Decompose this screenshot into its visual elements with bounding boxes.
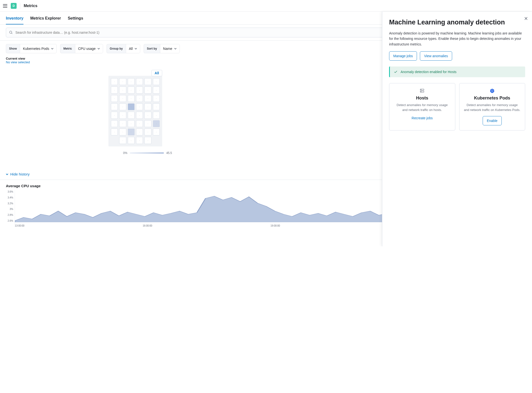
waffle-cell[interactable]: · bbox=[128, 95, 135, 102]
storage-icon bbox=[420, 88, 425, 93]
waffle-cell[interactable]: · bbox=[119, 137, 126, 144]
waffle-cell[interactable]: · bbox=[128, 103, 135, 110]
waffle-cell[interactable]: · bbox=[144, 78, 151, 85]
waffle-cell[interactable]: · bbox=[119, 87, 126, 93]
waffle-cell[interactable]: · bbox=[136, 112, 143, 119]
waffle-cell[interactable]: · bbox=[153, 120, 160, 127]
waffle-cell[interactable]: · bbox=[119, 95, 126, 102]
waffle-cell[interactable]: · bbox=[111, 129, 118, 135]
waffle-cell[interactable]: · bbox=[153, 112, 160, 119]
waffle-cell[interactable]: · bbox=[136, 87, 143, 93]
svg-point-4 bbox=[421, 89, 421, 90]
waffle-cell[interactable]: · bbox=[119, 112, 126, 119]
check-icon bbox=[394, 70, 398, 74]
filter-sort-value[interactable]: Name bbox=[160, 44, 180, 53]
waffle-cell[interactable]: · bbox=[119, 129, 126, 135]
tab-metrics-explorer[interactable]: Metrics Explorer bbox=[30, 16, 61, 24]
filter-metric-value[interactable]: CPU usage bbox=[75, 44, 103, 53]
tab-settings[interactable]: Settings bbox=[68, 16, 83, 24]
waffle-cell[interactable]: · bbox=[153, 78, 160, 85]
waffle-cell[interactable]: · bbox=[153, 129, 160, 135]
waffle-cell[interactable]: · bbox=[119, 78, 126, 85]
legend-max: 45.5 bbox=[166, 151, 172, 155]
filter-show: Show Kubernetes Pods bbox=[6, 44, 57, 53]
filter-show-text: Kubernetes Pods bbox=[23, 47, 49, 51]
chart-y-axis: 3.6%3.4%3.2%3%2.8%2.6% bbox=[6, 190, 15, 227]
manage-jobs-button[interactable]: Manage jobs bbox=[389, 51, 417, 61]
waffle-cell[interactable]: · bbox=[144, 120, 151, 127]
success-callout: Anomaly detection enabled for Hosts bbox=[389, 66, 525, 77]
card-action-link[interactable]: Recreate jobs bbox=[412, 116, 433, 120]
waffle-cell[interactable]: · bbox=[144, 137, 151, 144]
filter-sort-label: Sort by bbox=[144, 44, 160, 53]
waffle-cell[interactable]: · bbox=[119, 120, 126, 127]
waffle-cell[interactable]: · bbox=[144, 87, 151, 93]
space-badge[interactable]: D bbox=[11, 3, 17, 9]
filter-sort-text: Name bbox=[163, 47, 172, 51]
waffle-cell[interactable]: · bbox=[144, 103, 151, 110]
waffle-cell[interactable]: · bbox=[128, 78, 135, 85]
waffle-cell[interactable] bbox=[111, 137, 118, 144]
waffle-cell[interactable]: · bbox=[128, 112, 135, 119]
waffle-cell[interactable]: · bbox=[136, 103, 143, 110]
waffle-cell[interactable]: · bbox=[136, 137, 143, 144]
y-tick: 3.2% bbox=[6, 202, 15, 205]
filter-show-value[interactable]: Kubernetes Pods bbox=[20, 44, 56, 53]
filter-sort: Sort by Name bbox=[144, 44, 180, 53]
waffle-cell[interactable]: · bbox=[136, 95, 143, 102]
menu-icon[interactable] bbox=[3, 4, 7, 8]
filter-metric-label: Metric bbox=[60, 44, 75, 53]
hide-history-label: Hide history bbox=[10, 172, 30, 176]
waffle-cell[interactable]: · bbox=[111, 95, 118, 102]
divider bbox=[20, 3, 20, 9]
k8s-icon bbox=[490, 88, 495, 93]
group-badge[interactable]: All bbox=[151, 70, 162, 76]
waffle-cell[interactable]: · bbox=[153, 87, 160, 93]
waffle-cell[interactable]: · bbox=[111, 87, 118, 93]
anomaly-flyout: ✕ Machine Learning anomaly detection Ano… bbox=[382, 12, 532, 246]
waffle-cell[interactable]: · bbox=[136, 120, 143, 127]
legend-min: 0% bbox=[123, 151, 127, 155]
waffle-cell[interactable]: · bbox=[136, 78, 143, 85]
card-action-button[interactable]: Enable bbox=[483, 116, 502, 125]
flyout-actions: Manage jobs View anomalies bbox=[389, 51, 525, 61]
card-title: Hosts bbox=[394, 96, 451, 101]
waffle-cell[interactable] bbox=[153, 137, 160, 144]
card-description: Detect anomalies for memory usage and ne… bbox=[394, 103, 451, 112]
svg-point-5 bbox=[421, 92, 421, 92]
close-button[interactable]: ✕ bbox=[524, 16, 528, 22]
waffle-cell[interactable]: · bbox=[111, 103, 118, 110]
filter-group-text: All bbox=[129, 47, 133, 51]
filter-show-label: Show bbox=[6, 44, 20, 53]
callout-text: Anomaly detection enabled for Hosts bbox=[401, 70, 457, 74]
waffle-cell[interactable]: · bbox=[153, 103, 160, 110]
waffle-cell[interactable]: · bbox=[128, 120, 135, 127]
waffle-cell[interactable]: · bbox=[144, 95, 151, 102]
waffle-cell[interactable]: · bbox=[111, 120, 118, 127]
waffle-cell[interactable]: · bbox=[153, 95, 160, 102]
waffle-cell[interactable]: · bbox=[111, 112, 118, 119]
view-anomalies-button[interactable]: View anomalies bbox=[420, 51, 452, 61]
waffle-cell[interactable]: · bbox=[128, 87, 135, 93]
waffle-cell[interactable]: · bbox=[136, 129, 143, 135]
waffle-wrap: All ····································… bbox=[108, 76, 162, 146]
chevron-down-icon bbox=[174, 47, 177, 50]
waffle-cell[interactable]: · bbox=[128, 129, 135, 135]
y-tick: 3% bbox=[6, 208, 15, 210]
search-icon bbox=[9, 31, 13, 34]
x-tick: 13:00:00 bbox=[15, 224, 143, 227]
flyout-title: Machine Learning anomaly detection bbox=[389, 19, 525, 26]
waffle-cell[interactable]: · bbox=[144, 129, 151, 135]
waffle-cell[interactable]: · bbox=[119, 103, 126, 110]
tab-inventory[interactable]: Inventory bbox=[6, 16, 23, 24]
anomaly-card-kubernetes-pods: Kubernetes PodsDetect anomalies for memo… bbox=[459, 83, 525, 131]
filter-group-value[interactable]: All bbox=[126, 44, 140, 53]
chevron-down-icon bbox=[51, 47, 53, 50]
chevron-down-icon bbox=[97, 47, 100, 50]
svg-point-0 bbox=[10, 31, 12, 33]
waffle-cell[interactable]: · bbox=[111, 78, 118, 85]
filter-metric: Metric CPU usage bbox=[60, 44, 103, 53]
waffle-cell[interactable]: · bbox=[128, 137, 135, 144]
filter-group-label: Group by bbox=[107, 44, 126, 53]
waffle-cell[interactable]: · bbox=[144, 112, 151, 119]
